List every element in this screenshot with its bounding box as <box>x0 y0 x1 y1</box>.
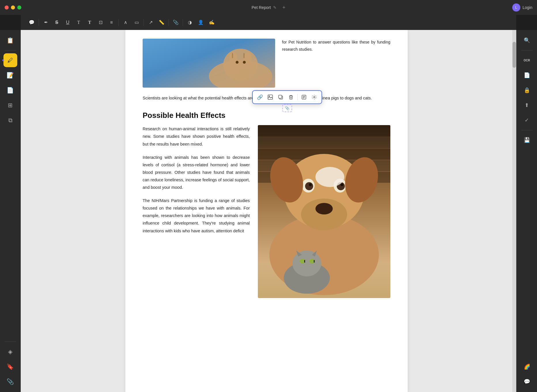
strikethrough-icon[interactable]: S <box>52 17 62 28</box>
sidebar-notes-icon: 📝 <box>7 72 14 79</box>
svg-point-19 <box>314 97 315 98</box>
right-sidebar: 🔍 OCR 📄 🔒 ⬆ ✓ 💾 🌈 💬 <box>516 30 537 392</box>
sidebar-bookmark-item[interactable]: 🔖 <box>3 360 17 374</box>
svg-point-34 <box>309 183 312 186</box>
svg-point-10 <box>269 96 270 97</box>
right-ocr-icon: OCR <box>523 59 530 62</box>
paragraph3: The NIH/Mars Partnership is funding a ra… <box>143 197 250 234</box>
title-edit-icon[interactable]: ✎ <box>273 5 277 10</box>
float-delete-button[interactable] <box>286 92 296 102</box>
float-note-button[interactable] <box>299 92 309 102</box>
sidebar-pages-item[interactable]: 📄 <box>3 83 17 97</box>
divider3 <box>143 19 144 26</box>
section-heading: Possible Health Effects <box>143 111 390 120</box>
sidebar-notes-item[interactable]: 📝 <box>3 68 17 82</box>
title-center: Pet Report ✎ + <box>252 5 285 11</box>
pen-icon[interactable]: ✒ <box>41 17 51 28</box>
sidebar-highlight-item[interactable]: 🖊 <box>3 53 17 67</box>
toolbar: 💬 ✒ S U T T ⊡ ≡ ∧ ▭ ↗ 📏 📎 ◑ 👤 ✍ <box>21 15 516 30</box>
svg-point-5 <box>236 61 239 64</box>
float-divider <box>297 94 298 100</box>
scrollbar-thumb[interactable] <box>513 42 516 68</box>
float-link-button[interactable]: 🔗 <box>255 92 265 102</box>
circle-icon[interactable]: ◑ <box>185 17 195 28</box>
svg-rect-12 <box>279 95 282 98</box>
shapes-icon[interactable]: ▭ <box>131 17 142 28</box>
right-rainbow-item[interactable]: 🌈 <box>520 360 534 374</box>
login-label[interactable]: Login <box>523 5 532 10</box>
list-icon[interactable]: ≡ <box>106 17 117 28</box>
float-settings-button[interactable] <box>309 92 319 102</box>
float-copy-button[interactable] <box>276 92 285 102</box>
divider2 <box>118 19 119 26</box>
right-divider2 <box>521 130 533 130</box>
top-image-svg <box>143 39 275 88</box>
float-image-button[interactable] <box>265 92 275 102</box>
right-export-icon: 📄 <box>524 72 530 78</box>
right-rainbow-icon: 🌈 <box>524 363 530 370</box>
sidebar-bottom: ◈ 🔖 📎 <box>3 340 17 389</box>
text-box-icon[interactable]: ⊡ <box>95 17 106 28</box>
main-content: for Pet Nutrition to answer questions li… <box>21 30 512 392</box>
sidebar-highlight-icon: 🖊 <box>7 57 13 64</box>
sidebar-divider1 <box>5 50 16 50</box>
drag-handle[interactable]: 📎 <box>282 104 292 112</box>
divider1 <box>39 19 39 26</box>
underline-icon[interactable]: U <box>63 17 73 28</box>
right-search-item[interactable]: 🔍 <box>520 33 534 47</box>
sidebar-docs-item[interactable]: 📋 <box>3 33 17 47</box>
close-button[interactable] <box>5 5 9 10</box>
sidebar-layers-item[interactable]: ◈ <box>3 345 17 359</box>
intro-text: for Pet Nutrition to answer questions li… <box>282 39 390 53</box>
dog-cat-image <box>258 125 390 298</box>
paperclip-icon[interactable]: 📎 <box>171 17 181 28</box>
sidebar-table-item[interactable]: ⊞ <box>3 98 17 112</box>
arrow-icon[interactable]: ↗ <box>145 17 156 28</box>
stamp-icon[interactable]: ✍ <box>207 17 217 28</box>
svg-point-35 <box>341 183 343 186</box>
svg-point-32 <box>305 182 313 190</box>
right-save-icon: 💾 <box>524 137 530 143</box>
svg-point-40 <box>292 250 321 276</box>
svg-rect-21 <box>258 125 390 137</box>
right-comment-item[interactable]: 💬 <box>520 375 534 389</box>
measure-icon[interactable]: 📏 <box>156 17 167 28</box>
sidebar-bookmark-icon: 🔖 <box>7 363 14 370</box>
bold-text-icon[interactable]: T <box>84 17 95 28</box>
svg-rect-44 <box>314 260 315 263</box>
two-col-layout: Research on human-animal interactions is… <box>143 125 390 298</box>
right-share-item[interactable]: ⬆ <box>520 98 534 112</box>
right-ocr-item[interactable]: OCR <box>520 53 534 67</box>
text-column: Research on human-animal interactions is… <box>143 125 250 298</box>
right-save-item[interactable]: 💾 <box>520 133 534 147</box>
new-tab-button[interactable]: + <box>282 5 285 11</box>
intro-text-content: for Pet Nutrition to answer questions li… <box>282 40 390 52</box>
right-secure-icon: 🔒 <box>524 87 530 93</box>
person-icon[interactable]: 👤 <box>196 17 206 28</box>
right-secure-item[interactable]: 🔒 <box>520 83 534 97</box>
sidebar-layers-icon: ◈ <box>8 348 12 355</box>
document-page: for Pet Nutrition to answer questions li… <box>125 30 408 392</box>
right-export-item[interactable]: 📄 <box>520 68 534 82</box>
curve-icon[interactable]: ∧ <box>120 17 131 28</box>
minimize-button[interactable] <box>11 5 15 10</box>
chat-icon[interactable]: 💬 <box>27 17 37 28</box>
sidebar-active-indicator <box>2 59 4 61</box>
scientists-section: Scientists are looking at what the poten… <box>143 95 390 102</box>
avatar: L <box>512 3 520 12</box>
maximize-button[interactable] <box>17 5 21 10</box>
window-controls <box>5 5 21 10</box>
right-form-item[interactable]: ✓ <box>520 113 534 127</box>
sidebar-compare-item[interactable]: ⧉ <box>3 113 17 127</box>
top-section: for Pet Nutrition to answer questions li… <box>143 39 390 88</box>
text-icon[interactable]: T <box>73 17 84 28</box>
sidebar-compare-icon: ⧉ <box>8 117 12 124</box>
sidebar-divider2 <box>5 342 16 342</box>
dog-cat-svg <box>258 125 390 298</box>
sidebar-docs-icon: 📋 <box>7 37 14 44</box>
svg-rect-9 <box>268 95 273 99</box>
sidebar-attach-icon: 📎 <box>7 378 14 385</box>
paragraph2: Interacting with animals has been shown … <box>143 154 250 191</box>
sidebar-attach-item[interactable]: 📎 <box>3 375 17 389</box>
titlebar: Pet Report ✎ + L Login <box>0 0 537 15</box>
